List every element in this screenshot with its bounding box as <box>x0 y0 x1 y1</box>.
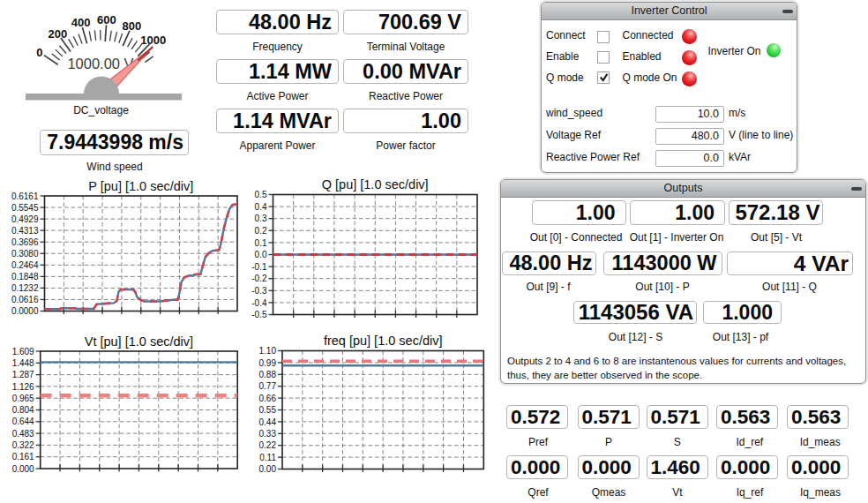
svg-text:1.126: 1.126 <box>12 382 34 392</box>
svg-text:Vt [pu] [1.0 sec/div]: Vt [pu] [1.0 sec/div] <box>85 334 193 349</box>
svg-text:0.000: 0.000 <box>12 464 34 474</box>
svg-text:-0.3: -0.3 <box>251 286 267 296</box>
svg-text:-0.2: -0.2 <box>251 274 267 283</box>
svg-text:600: 600 <box>97 13 116 26</box>
svg-text:1.287: 1.287 <box>12 370 34 379</box>
svg-text:P [pu] [1.0 sec/div]: P [pu] [1.0 sec/div] <box>88 179 193 193</box>
svg-text:Q [pu] [1.0 sec/div]: Q [pu] [1.0 sec/div] <box>322 177 429 191</box>
svg-text:0.99: 0.99 <box>259 358 277 368</box>
svg-text:0.44: 0.44 <box>259 417 277 427</box>
svg-text:0.161: 0.161 <box>12 452 34 462</box>
svg-text:0.33: 0.33 <box>259 429 277 439</box>
svg-text:-0.1: -0.1 <box>251 262 267 272</box>
svg-text:0.2: 0.2 <box>255 226 267 236</box>
svg-text:0.3696: 0.3696 <box>11 237 39 247</box>
svg-text:-0.5: -0.5 <box>251 310 267 319</box>
svg-text:freq [pu] [1.0 sec/div]: freq [pu] [1.0 sec/div] <box>324 334 443 348</box>
svg-text:0.0000: 0.0000 <box>11 306 39 316</box>
svg-text:0.804: 0.804 <box>12 405 34 415</box>
svg-text:0.22: 0.22 <box>259 440 277 450</box>
svg-text:0.88: 0.88 <box>259 370 277 379</box>
svg-text:0.644: 0.644 <box>12 417 34 426</box>
svg-text:0.965: 0.965 <box>12 394 34 403</box>
svg-text:0.77: 0.77 <box>259 381 277 391</box>
svg-text:-0.4: -0.4 <box>251 298 267 308</box>
svg-text:0.5: 0.5 <box>255 190 267 199</box>
svg-text:0.00: 0.00 <box>259 464 277 474</box>
svg-text:0.483: 0.483 <box>12 429 34 439</box>
svg-text:0.2464: 0.2464 <box>11 260 39 270</box>
svg-text:0.11: 0.11 <box>259 453 276 462</box>
svg-text:200: 200 <box>48 27 67 41</box>
svg-text:0.55: 0.55 <box>259 405 277 415</box>
svg-text:0.4313: 0.4313 <box>11 226 39 236</box>
svg-text:1000: 1000 <box>140 34 166 47</box>
svg-text:1.10: 1.10 <box>259 346 277 356</box>
svg-text:0.5545: 0.5545 <box>11 203 39 213</box>
svg-text:0.322: 0.322 <box>12 440 34 450</box>
svg-text:1.609: 1.609 <box>12 347 34 357</box>
svg-text:0.0: 0.0 <box>255 250 267 259</box>
svg-text:0.66: 0.66 <box>259 394 277 403</box>
svg-text:400: 400 <box>71 16 91 29</box>
svg-text:0: 0 <box>36 46 42 59</box>
svg-text:0.3: 0.3 <box>255 214 267 223</box>
svg-text:0.0616: 0.0616 <box>11 295 39 304</box>
svg-text:1.448: 1.448 <box>12 358 34 368</box>
svg-text:0.1232: 0.1232 <box>11 283 39 293</box>
svg-text:0.3080: 0.3080 <box>11 249 39 259</box>
svg-text:0.6161: 0.6161 <box>11 191 39 201</box>
svg-text:0.4929: 0.4929 <box>11 214 39 224</box>
svg-text:800: 800 <box>123 19 142 33</box>
svg-text:0.1: 0.1 <box>255 238 267 248</box>
svg-text:0.4: 0.4 <box>255 202 267 212</box>
svg-text:0.1848: 0.1848 <box>11 272 39 282</box>
